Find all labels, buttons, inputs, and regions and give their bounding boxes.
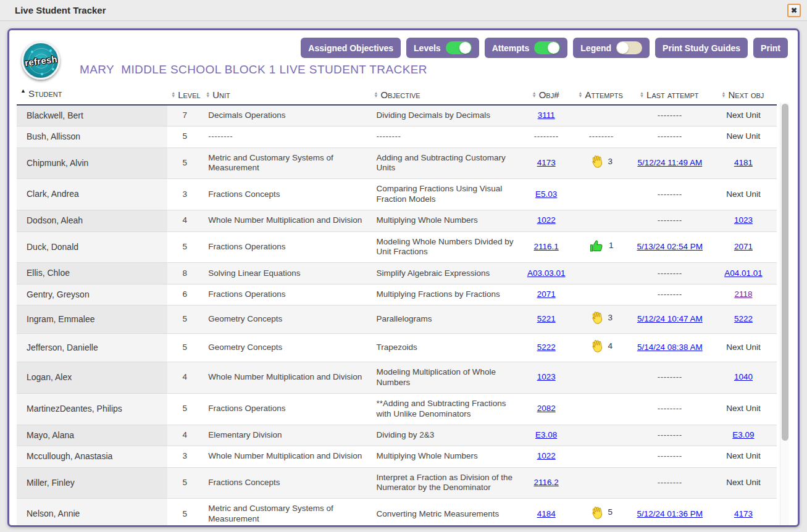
obj-number-cell: E5.03 bbox=[520, 179, 573, 210]
header-obj[interactable]: ▲▼Obj# bbox=[520, 83, 573, 105]
last-attempt-link[interactable]: 5/12/24 11:49 AM bbox=[637, 158, 702, 167]
unit-cell: Whole Number Multiplication and Division bbox=[202, 362, 370, 394]
attempts-cell bbox=[573, 210, 630, 232]
next-obj-link[interactable]: 2118 bbox=[734, 289, 752, 299]
levels-toggle-switch[interactable] bbox=[446, 41, 472, 54]
next-obj-cell: 5222 bbox=[710, 305, 777, 334]
legend-toggle-switch[interactable] bbox=[616, 41, 642, 54]
last-attempt-cell: -------- bbox=[630, 105, 710, 127]
next-obj-link[interactable]: 2071 bbox=[734, 242, 753, 251]
attempts-toggle-button[interactable]: Attempts bbox=[485, 38, 568, 58]
obj-number-link[interactable]: E3.08 bbox=[535, 430, 557, 439]
next-obj-cell: 2071 bbox=[710, 231, 777, 263]
scrollbar-thumb[interactable] bbox=[782, 104, 788, 441]
table-scrollbar[interactable] bbox=[780, 102, 789, 527]
header-label: Obj# bbox=[539, 89, 559, 100]
toggle-knob bbox=[617, 42, 629, 54]
student-cell: Miller, Finley bbox=[17, 467, 167, 499]
thumbs-up-icon bbox=[589, 239, 604, 252]
print-button[interactable]: Print bbox=[753, 38, 788, 58]
legend-label: Legend bbox=[580, 43, 611, 53]
unit-cell: Metric and Customary Systems of Measurem… bbox=[202, 148, 370, 179]
attempts-cell: 3 bbox=[573, 148, 630, 179]
attempt-indicator: 3 bbox=[590, 310, 613, 325]
obj-number-link[interactable]: 3111 bbox=[538, 110, 555, 120]
next-obj-text: Next Unit bbox=[726, 189, 761, 199]
obj-number-link[interactable]: 2116.2 bbox=[534, 478, 559, 487]
table-row: Nelson, Annie5Metric and Customary Syste… bbox=[17, 499, 777, 527]
close-button[interactable]: ✖ bbox=[787, 4, 801, 17]
student-cell: Mayo, Alana bbox=[17, 425, 167, 446]
header-label: Attempts bbox=[585, 89, 623, 100]
obj-number-cell: 1022 bbox=[520, 210, 573, 232]
obj-number-link[interactable]: E5.03 bbox=[535, 189, 557, 199]
header-attempts[interactable]: ▲▼Attempts bbox=[573, 83, 630, 105]
print-study-guides-button[interactable]: Print Study Guides bbox=[655, 38, 748, 58]
obj-number-link[interactable]: 1023 bbox=[537, 372, 556, 381]
next-obj-link[interactable]: 1023 bbox=[734, 215, 753, 225]
obj-number-cell: 2116.2 bbox=[520, 467, 573, 499]
empty-value: -------- bbox=[658, 372, 682, 381]
header-next_obj[interactable]: ▲▼Next obj bbox=[710, 83, 777, 105]
table-row: Dodson, Aleah4Whole Number Multiplicatio… bbox=[17, 210, 777, 232]
last-attempt-link[interactable]: 5/12/24 01:36 PM bbox=[637, 509, 703, 518]
sort-icon: ▲▼ bbox=[640, 91, 644, 98]
tracker-modal: refresh Assigned Objectives Levels Attem… bbox=[7, 28, 800, 527]
hand-icon bbox=[589, 310, 604, 326]
last-attempt-link[interactable]: 5/14/24 08:38 AM bbox=[637, 343, 703, 352]
sort-icon: ▲▼ bbox=[532, 91, 537, 98]
obj-number-link[interactable]: 1022 bbox=[537, 215, 556, 225]
next-obj-link[interactable]: A04.01.01 bbox=[724, 268, 763, 278]
next-obj-link[interactable]: 4181 bbox=[734, 158, 753, 167]
last-attempt-cell: -------- bbox=[630, 446, 710, 468]
print-label: Print bbox=[761, 43, 780, 53]
table-row: Mayo, Alana4Elementary DivisionDividing … bbox=[17, 425, 777, 446]
obj-number-link[interactable]: 2071 bbox=[537, 289, 556, 299]
next-obj-link[interactable]: 4173 bbox=[734, 509, 753, 518]
level-cell: 5 bbox=[167, 231, 202, 263]
header-label: Unit bbox=[212, 89, 230, 100]
unit-cell: Fractions Operations bbox=[202, 284, 370, 305]
table-header-row: ▲Student▲▼Level▲▼Unit▲▼Objective▲▼Obj#▲▼… bbox=[17, 83, 777, 105]
student-cell: Jefferson, Danielle bbox=[17, 334, 167, 362]
obj-number-link[interactable]: 1022 bbox=[537, 451, 556, 460]
hand-icon bbox=[589, 504, 604, 521]
legend-toggle-button[interactable]: Legend bbox=[573, 38, 650, 58]
header-last_attempt[interactable]: ▲▼Last attempt bbox=[630, 83, 710, 105]
obj-number-link[interactable]: 2116.1 bbox=[534, 242, 559, 251]
obj-number-link[interactable]: 5222 bbox=[537, 343, 556, 352]
header-level[interactable]: ▲▼Level bbox=[167, 83, 202, 105]
obj-number-link[interactable]: 5221 bbox=[537, 314, 556, 323]
empty-value: -------- bbox=[208, 131, 233, 141]
next-obj-link[interactable]: E3.09 bbox=[732, 430, 754, 439]
table-row: Jefferson, Danielle5Geometry ConceptsTra… bbox=[17, 334, 777, 362]
next-obj-link[interactable]: 5222 bbox=[734, 314, 753, 323]
attempts-toggle-switch[interactable] bbox=[534, 41, 560, 54]
obj-number-link[interactable]: 2082 bbox=[537, 404, 556, 413]
levels-label: Levels bbox=[414, 43, 441, 53]
attempts-cell: 3 bbox=[573, 305, 630, 334]
next-obj-link[interactable]: 1040 bbox=[734, 372, 753, 381]
obj-number-link[interactable]: 4173 bbox=[537, 158, 556, 167]
student-table: ▲Student▲▼Level▲▼Unit▲▼Objective▲▼Obj#▲▼… bbox=[17, 83, 777, 527]
header-objective[interactable]: ▲▼Objective bbox=[370, 83, 519, 105]
obj-number-cell: 5222 bbox=[520, 334, 573, 362]
obj-number-cell: 2082 bbox=[520, 393, 573, 425]
levels-toggle-button[interactable]: Levels bbox=[406, 38, 479, 58]
obj-number-cell: 1023 bbox=[520, 362, 573, 394]
student-cell: Nelson, Annie bbox=[17, 499, 167, 527]
next-obj-text: Next Unit bbox=[726, 404, 761, 413]
unit-cell: Fractions Operations bbox=[202, 231, 370, 263]
last-attempt-link[interactable]: 5/13/24 02:54 PM bbox=[637, 242, 703, 251]
student-cell: Gentry, Greyson bbox=[17, 284, 167, 305]
next-obj-cell: 2118 bbox=[710, 284, 777, 305]
last-attempt-link[interactable]: 5/12/24 10:47 AM bbox=[637, 314, 703, 323]
header-unit[interactable]: ▲▼Unit bbox=[202, 83, 370, 105]
obj-number-cell: A03.03.01 bbox=[520, 263, 573, 285]
header-student[interactable]: ▲Student bbox=[17, 83, 167, 105]
student-cell: Duck, Donald bbox=[17, 231, 167, 263]
obj-number-link[interactable]: A03.03.01 bbox=[527, 268, 566, 278]
obj-number-link[interactable]: 4184 bbox=[537, 509, 556, 518]
assigned-objectives-button[interactable]: Assigned Objectives bbox=[301, 38, 401, 58]
next-obj-text: New Unit bbox=[727, 131, 761, 141]
